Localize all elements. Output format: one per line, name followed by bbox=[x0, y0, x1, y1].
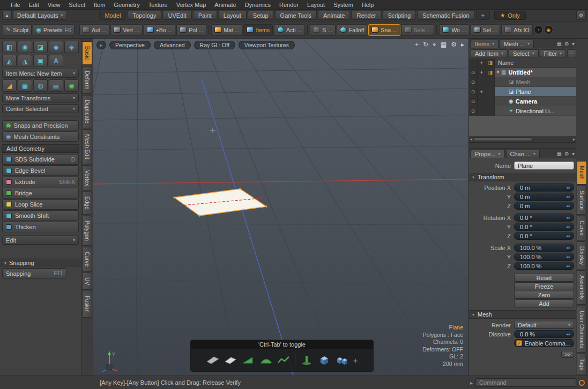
spinner-icon[interactable]: ◂▸ bbox=[566, 216, 571, 220]
pillar-primitive-icon[interactable] bbox=[300, 355, 313, 365]
curve-ramp-primitive-icon[interactable] bbox=[259, 355, 272, 365]
tab-render[interactable]: Render bbox=[351, 11, 381, 20]
tool-items[interactable]: Items bbox=[243, 24, 273, 36]
tool-materials[interactable]: Mat ... bbox=[211, 24, 242, 36]
text-tool-icon[interactable]: A bbox=[49, 55, 63, 67]
viewport-expand-icon[interactable]: ▸ bbox=[461, 41, 464, 48]
menu-system[interactable]: System bbox=[329, 0, 358, 10]
pin-icon[interactable]: + bbox=[478, 68, 486, 77]
render-dropdown[interactable]: Default ▾ bbox=[514, 321, 574, 329]
scale-x-field[interactable]: 100.0 %◂▸ bbox=[514, 244, 574, 252]
tool-afx-io[interactable]: Afx IO bbox=[501, 24, 532, 36]
alert-ring-icon[interactable] bbox=[579, 380, 585, 386]
tab-game-tools[interactable]: Game Tools bbox=[275, 11, 317, 20]
mesh-section-header[interactable]: ▾ Mesh bbox=[469, 310, 576, 319]
pan-icon[interactable]: + bbox=[415, 41, 419, 48]
tab-scripting[interactable]: Scripting bbox=[383, 11, 416, 20]
name-field[interactable]: Plane bbox=[514, 162, 574, 170]
zero-button[interactable]: Zero bbox=[514, 291, 574, 299]
menu-item[interactable]: Item bbox=[90, 0, 109, 10]
viewport-gear-icon[interactable]: ⚙ bbox=[451, 41, 457, 48]
menu-help[interactable]: Help bbox=[358, 0, 378, 10]
cube-array-primitive-icon[interactable] bbox=[336, 355, 348, 365]
snaps-and-precision-button[interactable]: ◉ Snaps and Precision bbox=[2, 120, 79, 130]
select-dropdown[interactable]: Select ▾ bbox=[509, 49, 539, 57]
tool-work-plane[interactable]: Wo ... bbox=[439, 24, 469, 36]
panel-grid-icon[interactable]: ▦ bbox=[557, 41, 562, 47]
layout-preset-dropdown[interactable]: Default Layouts ▾ bbox=[13, 11, 67, 20]
bevel-tool-icon[interactable]: ◢ bbox=[2, 79, 17, 92]
tab-animate[interactable]: Animate bbox=[318, 11, 350, 20]
tab-display[interactable]: Display bbox=[577, 241, 587, 269]
panel-splitter[interactable] bbox=[469, 142, 576, 149]
item-row-plane[interactable]: ⊙ + ◪ Plane bbox=[469, 87, 576, 97]
scroll-right-icon[interactable]: ▸ bbox=[573, 137, 575, 142]
tab-model[interactable]: Model bbox=[99, 11, 126, 20]
menu-dynamics[interactable]: Dynamics bbox=[241, 0, 275, 10]
item-row-mesh[interactable]: ⊙ ◪ Mesh bbox=[469, 77, 576, 87]
props-grid-icon[interactable]: ▦ bbox=[557, 151, 562, 157]
plane-primitive-icon[interactable] bbox=[224, 355, 237, 365]
tool-loop-slice[interactable]: Loop Slice bbox=[2, 199, 79, 210]
transform-tool-icon[interactable]: ◆ bbox=[49, 41, 63, 53]
eye-icon[interactable]: ⊙ bbox=[469, 97, 478, 106]
item-menu-dropdown[interactable]: Item Menu: New Item ▾ bbox=[2, 69, 79, 78]
add-geometry-header[interactable]: Add Geometry bbox=[2, 144, 79, 153]
ball-tool-icon[interactable]: ◉ bbox=[64, 79, 79, 92]
snapping-section-header[interactable]: ▾ Snapping bbox=[0, 259, 81, 267]
tab-paint[interactable]: Paint bbox=[193, 11, 217, 20]
panel-gear-icon[interactable]: ⚙ bbox=[564, 41, 569, 47]
cube-primitive-icon[interactable] bbox=[318, 355, 331, 365]
eye-icon[interactable]: ⊙ bbox=[469, 77, 478, 87]
only-toggle-button[interactable]: ★ Only bbox=[494, 11, 526, 20]
transform-section-header[interactable]: ▾ Transform bbox=[469, 173, 576, 181]
array-tool-icon[interactable]: ▤ bbox=[49, 79, 63, 92]
sculpt-button[interactable]: ✎ Sculpt bbox=[3, 24, 32, 36]
tool-snapping[interactable]: Sna ... bbox=[368, 24, 400, 36]
add-item-button[interactable]: Add Item ▾ bbox=[471, 49, 508, 57]
tab-surface[interactable]: Surface bbox=[577, 186, 587, 215]
tool-smooth-shift[interactable]: Smooth Shift bbox=[2, 210, 79, 221]
tab-curve-props[interactable]: Curve bbox=[577, 216, 587, 240]
mesh-constraints-button[interactable]: ◉ Mesh Constraints bbox=[2, 131, 79, 142]
tool-extrude[interactable]: Extrude Shift-X bbox=[2, 177, 79, 187]
eye-icon[interactable]: ⊙ bbox=[469, 87, 478, 97]
tab-basic[interactable]: Basic bbox=[82, 41, 92, 65]
tool-falloff[interactable]: Falloff bbox=[337, 24, 367, 36]
tool-thicken[interactable]: Thicken bbox=[2, 222, 79, 232]
freeze-button[interactable]: Freeze bbox=[514, 282, 574, 290]
spinner-icon[interactable]: ◂▸ bbox=[566, 225, 571, 229]
element-move-icon[interactable]: ◭ bbox=[2, 55, 17, 67]
orbit-icon[interactable]: ↻ bbox=[423, 41, 428, 48]
add-layout-tab-button[interactable]: + bbox=[476, 11, 490, 20]
item-row-untitled[interactable]: ⊙ + ◨ ▾ ▦ Untitled* bbox=[469, 68, 576, 77]
tab-duplicate[interactable]: Duplicate bbox=[82, 95, 92, 128]
tab-mesh-edit[interactable]: Mesh Edit bbox=[82, 129, 92, 164]
raygl-toggle[interactable]: Ray GL: Off bbox=[194, 41, 235, 49]
tool-auto-select[interactable]: Aut ... bbox=[79, 24, 109, 36]
tab-properties[interactable]: Prope... ▾ bbox=[471, 150, 505, 158]
scale-tool-icon[interactable]: ◪ bbox=[33, 41, 48, 53]
scale-z-field[interactable]: 100.0 %◂▸ bbox=[514, 262, 574, 270]
tool-selection[interactable]: Sel ... bbox=[471, 24, 501, 36]
spinner-icon[interactable]: ◂▸ bbox=[566, 255, 571, 259]
tool-action-center[interactable]: Acti ... bbox=[274, 24, 305, 36]
sphere-tool-icon[interactable]: ◍ bbox=[33, 79, 48, 92]
tool-selection-sets[interactable]: Sele ... bbox=[401, 24, 435, 36]
edit-dropdown[interactable]: Edit ▾ bbox=[2, 236, 79, 245]
collapse-list-button[interactable]: − bbox=[567, 49, 576, 57]
element-scale-icon[interactable]: ▣ bbox=[33, 55, 48, 67]
spinner-icon[interactable]: ◂▸ bbox=[566, 234, 571, 238]
spinner-icon[interactable]: ◂▸ bbox=[566, 246, 571, 250]
spinner-icon[interactable]: ◂▸ bbox=[566, 264, 571, 268]
menu-animate[interactable]: Animate bbox=[210, 0, 240, 10]
tab-setup[interactable]: Setup bbox=[248, 11, 274, 20]
ramp-primitive-icon[interactable] bbox=[242, 355, 255, 365]
tab-mesh-ops[interactable]: Mesh ... ▾ bbox=[500, 40, 534, 48]
menu-edit[interactable]: Edit bbox=[25, 0, 43, 10]
add-button[interactable]: Add bbox=[514, 299, 574, 307]
item-tree-empty-area[interactable] bbox=[469, 116, 576, 136]
enable-commands-checkbox[interactable]: ✓ Enable Comma... bbox=[514, 339, 574, 347]
tab-uvedit[interactable]: UVEdit bbox=[162, 11, 191, 20]
tab-vertex[interactable]: Vertex bbox=[82, 165, 92, 191]
